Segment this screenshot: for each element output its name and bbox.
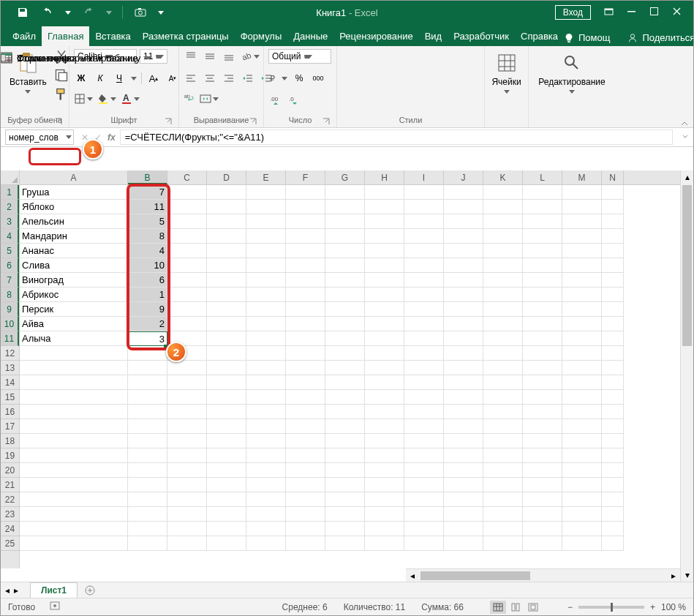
row-header[interactable]: 22 (1, 492, 19, 507)
merge-cells-icon[interactable] (200, 93, 219, 105)
cell[interactable] (562, 346, 602, 361)
cell[interactable]: 6 (128, 273, 167, 288)
save-icon[interactable] (15, 5, 30, 20)
cell[interactable] (20, 522, 128, 536)
cell[interactable] (246, 214, 286, 229)
cell[interactable] (562, 200, 602, 214)
scroll-up-icon[interactable]: ▴ (681, 170, 693, 184)
cell[interactable] (404, 419, 444, 434)
cell[interactable] (602, 492, 624, 507)
cell[interactable] (207, 361, 246, 375)
cell[interactable] (325, 507, 365, 522)
cell[interactable] (286, 185, 325, 200)
row-header[interactable]: 1 (1, 185, 19, 200)
dialog-launcher-icon[interactable] (249, 117, 257, 126)
cell[interactable]: 1 (128, 288, 167, 302)
cell[interactable]: Айва (20, 317, 128, 331)
cell[interactable] (404, 273, 444, 288)
row-header[interactable]: 12 (1, 346, 19, 361)
currency-icon[interactable]: ₽ (268, 72, 287, 84)
cell[interactable] (483, 375, 523, 390)
dialog-launcher-icon[interactable] (54, 117, 63, 126)
cell[interactable] (404, 317, 444, 331)
row-header[interactable]: 6 (1, 258, 19, 273)
cell[interactable] (523, 244, 562, 258)
cell[interactable] (207, 492, 246, 507)
cell[interactable] (444, 214, 483, 229)
row-header[interactable]: 25 (1, 536, 19, 551)
cell[interactable] (444, 229, 483, 244)
cell[interactable] (483, 478, 523, 492)
cell[interactable] (286, 229, 325, 244)
bold-icon[interactable]: Ж (74, 71, 88, 86)
cell[interactable]: Груша (20, 185, 128, 200)
cell[interactable] (167, 214, 207, 229)
row-header[interactable]: 20 (1, 463, 19, 478)
col-header-G[interactable]: G (325, 170, 365, 184)
cell[interactable] (286, 244, 325, 258)
cell[interactable] (444, 448, 483, 463)
cell[interactable] (128, 434, 167, 448)
cell[interactable] (167, 361, 207, 375)
cell[interactable] (602, 331, 624, 346)
cell[interactable] (523, 302, 562, 317)
cell[interactable] (483, 434, 523, 448)
cell[interactable] (523, 463, 562, 478)
cell[interactable] (562, 302, 602, 317)
cell[interactable] (20, 492, 128, 507)
row-header[interactable]: 7 (1, 273, 19, 288)
cell[interactable]: Мандарин (20, 229, 128, 244)
tab-help[interactable]: Справка (515, 26, 564, 46)
cell[interactable]: 8 (128, 229, 167, 244)
cell[interactable] (207, 317, 246, 331)
row-header[interactable]: 16 (1, 405, 19, 419)
cell[interactable] (20, 346, 128, 361)
cell[interactable] (562, 434, 602, 448)
cell[interactable] (128, 419, 167, 434)
cell[interactable] (444, 288, 483, 302)
cell[interactable] (325, 492, 365, 507)
tab-insert[interactable]: Вставка (89, 26, 136, 46)
row-header[interactable]: 4 (1, 229, 19, 244)
cell[interactable] (20, 419, 128, 434)
cell[interactable] (365, 390, 404, 405)
cell[interactable] (404, 361, 444, 375)
cell[interactable] (483, 273, 523, 288)
cell[interactable] (246, 434, 286, 448)
dialog-launcher-icon[interactable] (322, 117, 331, 126)
cell[interactable] (167, 288, 207, 302)
cell[interactable] (365, 463, 404, 478)
cell[interactable] (325, 478, 365, 492)
cell[interactable] (167, 434, 207, 448)
new-sheet-icon[interactable] (82, 582, 98, 598)
cell[interactable] (365, 361, 404, 375)
cell[interactable] (523, 405, 562, 419)
cell[interactable] (483, 346, 523, 361)
sheet-tab[interactable]: Лист1 (30, 582, 78, 598)
cell[interactable] (523, 448, 562, 463)
cell[interactable] (20, 361, 128, 375)
cell[interactable] (246, 536, 286, 551)
scroll-left-icon[interactable]: ◂ (406, 569, 419, 582)
cell[interactable] (602, 434, 624, 448)
cell[interactable] (207, 214, 246, 229)
cell[interactable] (444, 478, 483, 492)
tab-page-layout[interactable]: Разметка страницы (137, 26, 235, 46)
cell[interactable] (602, 273, 624, 288)
cell[interactable] (365, 507, 404, 522)
cell[interactable] (325, 200, 365, 214)
row-header[interactable]: 19 (1, 448, 19, 463)
cell[interactable] (128, 478, 167, 492)
cell[interactable] (562, 478, 602, 492)
cell[interactable] (286, 258, 325, 273)
row-header[interactable]: 9 (1, 302, 19, 317)
cell[interactable] (207, 258, 246, 273)
cell[interactable] (20, 536, 128, 551)
cell[interactable] (128, 492, 167, 507)
cell[interactable] (483, 229, 523, 244)
cell[interactable] (246, 244, 286, 258)
cell[interactable] (286, 346, 325, 361)
cell[interactable] (602, 405, 624, 419)
cell[interactable] (167, 507, 207, 522)
cell[interactable] (365, 302, 404, 317)
